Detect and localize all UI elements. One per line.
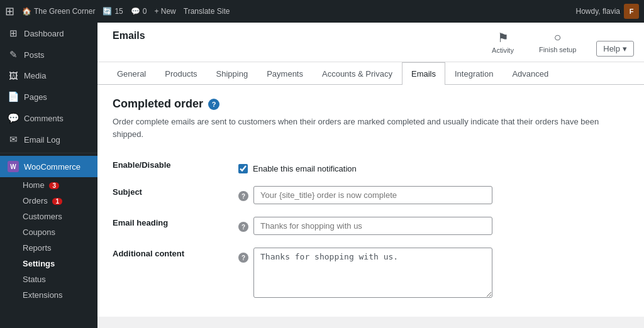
section-description: Order complete emails are sent to custom… [113,116,629,140]
site-name: The Green Corner [34,7,95,16]
tab-products[interactable]: Products [155,62,206,85]
enable-checkbox-label: Enable this email notification [253,164,357,173]
help-dropdown-icon: ▾ [623,44,627,53]
sidebar-item-label: Posts [24,50,45,60]
tab-payments[interactable]: Payments [257,62,313,85]
admin-bar: ⊞ 🏠 The Green Corner 🔄 15 💬 0 + New Tran… [0,0,644,23]
sidebar-item-label: WooCommerce [24,162,80,172]
email-log-icon: ✉ [8,134,19,145]
additional-content-row: Additional content ? Thanks for shopping… [113,241,629,304]
new-link[interactable]: + New [154,7,175,16]
comments-icon: 💬 [131,7,140,16]
email-heading-input[interactable] [253,217,492,235]
updates-count: 15 [114,7,123,16]
sidebar-item-media[interactable]: 🖼 Media [0,65,97,86]
page-title: Emails [113,30,145,41]
howdy-area: Howdy, flavia F [576,4,639,19]
section-title: Completed order ? [113,97,629,111]
top-action-bar: Emails ⚑ Activity ○ Finish setup Help ▾ [97,23,644,62]
sidebar-sub-customers[interactable]: Customers [0,209,97,224]
site-name-link[interactable]: 🏠 The Green Corner [22,7,95,16]
tab-accounts-privacy[interactable]: Accounts & Privacy [313,62,402,85]
subject-help-icon[interactable]: ? [238,191,248,201]
email-heading-field: ? [238,210,629,241]
howdy-text: Howdy, flavia [576,7,620,16]
sidebar-sub-reports[interactable]: Reports [0,240,97,256]
avatar: F [624,4,639,19]
sidebar-sub-home[interactable]: Home 3 [0,177,97,193]
pages-icon: 📄 [8,91,19,102]
media-icon: 🖼 [8,70,19,81]
updates-icon: 🔄 [103,7,112,16]
enable-checkbox[interactable] [238,164,248,173]
subject-row: Subject ? [113,180,629,210]
section-title-text: Completed order [113,97,203,111]
email-heading-help-icon[interactable]: ? [238,222,248,232]
new-label: + New [154,7,175,16]
help-button[interactable]: Help ▾ [596,41,634,57]
subject-field: ? [238,180,629,210]
posts-icon: ✎ [8,49,19,60]
tab-shipping[interactable]: Shipping [207,62,258,85]
home-icon: 🏠 [22,7,31,16]
additional-content-help-icon[interactable]: ? [238,253,248,263]
finish-setup-label: Finish setup [539,46,576,53]
orders-badge: 1 [52,198,62,205]
info-icon[interactable]: ? [208,99,219,110]
finish-setup-button[interactable]: ○ Finish setup [534,28,581,56]
comments-count: 0 [143,7,147,16]
enable-disable-row: Enable/Disable Enable this email notific… [113,153,629,180]
translate-label: Translate Site [184,7,230,16]
settings-wrap: General Products Shipping Payments Accou… [97,62,644,317]
dashboard-icon: ⊞ [8,28,19,39]
sidebar-item-posts[interactable]: ✎ Posts [0,44,97,65]
additional-content-textarea[interactable]: Thanks for shopping with us. [253,248,492,298]
sidebar-item-label: Media [24,71,46,80]
sidebar-item-label: Comments [24,114,64,123]
enable-label: Enable/Disable [113,153,238,180]
home-badge: 3 [49,182,59,189]
email-heading-row: Email heading ? [113,210,629,241]
sidebar-item-email-log[interactable]: ✉ Email Log [0,129,97,150]
tab-general[interactable]: General [108,62,155,85]
flag-icon: ⚑ [497,30,509,45]
sidebar-sub-coupons[interactable]: Coupons [0,224,97,240]
subject-label: Subject [113,180,238,210]
sidebar-item-label: Email Log [24,135,60,145]
comments-icon: 💬 [8,112,19,124]
circle-icon: ○ [554,30,562,45]
email-heading-label: Email heading [113,210,238,241]
settings-form: Enable/Disable Enable this email notific… [113,153,629,304]
tabs-bar: General Products Shipping Payments Accou… [97,62,644,85]
sidebar-sub-settings[interactable]: Settings [0,256,97,271]
subject-input[interactable] [253,186,492,204]
sidebar-item-woocommerce[interactable]: W WooCommerce [0,156,97,177]
sidebar-item-label: Dashboard [24,29,64,38]
sidebar-divider [0,153,97,153]
woocommerce-icon: W [8,161,19,172]
main-layout: ⊞ Dashboard ✎ Posts 🖼 Media 📄 Pages 💬 Co… [0,23,644,328]
activity-label: Activity [492,46,514,54]
tab-integration[interactable]: Integration [445,62,502,85]
sidebar-sub-orders[interactable]: Orders 1 [0,193,97,209]
sidebar-item-label: Pages [24,92,47,102]
sidebar: ⊞ Dashboard ✎ Posts 🖼 Media 📄 Pages 💬 Co… [0,23,97,328]
translate-link[interactable]: Translate Site [184,7,230,16]
comments-link[interactable]: 💬 0 [131,7,147,16]
updates-link[interactable]: 🔄 15 [103,7,123,16]
content-area: Emails ⚑ Activity ○ Finish setup Help ▾ … [97,23,644,328]
sidebar-item-dashboard[interactable]: ⊞ Dashboard [0,23,97,44]
sidebar-item-pages[interactable]: 📄 Pages [0,86,97,107]
tab-advanced[interactable]: Advanced [502,62,558,85]
form-area: Completed order ? Order complete emails … [97,85,644,317]
help-label: Help [603,44,620,53]
activity-button[interactable]: ⚑ Activity [487,28,519,57]
sidebar-item-comments[interactable]: 💬 Comments [0,107,97,129]
sidebar-sub-status[interactable]: Status [0,271,97,287]
wp-logo-icon[interactable]: ⊞ [5,4,14,18]
sidebar-sub-extensions[interactable]: Extensions [0,287,97,303]
additional-content-field: ? Thanks for shopping with us. [238,241,629,304]
enable-field: Enable this email notification [238,153,629,180]
additional-content-label: Additional content [113,241,238,304]
tab-emails[interactable]: Emails [402,62,445,85]
